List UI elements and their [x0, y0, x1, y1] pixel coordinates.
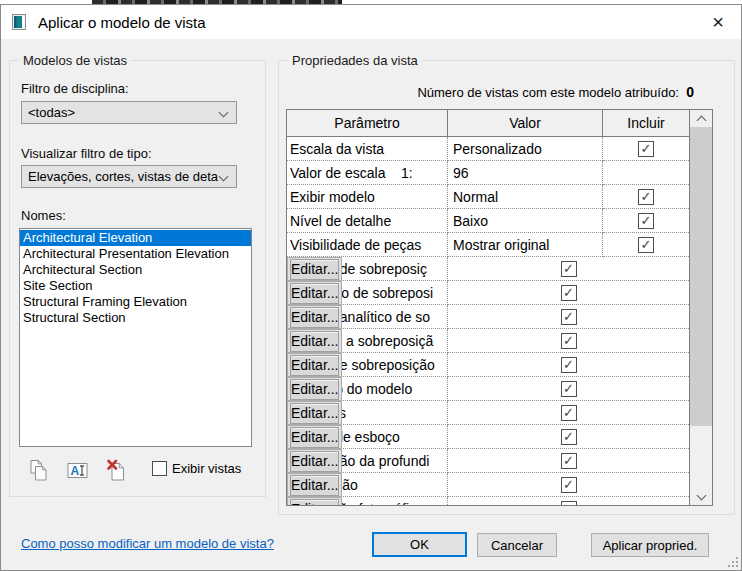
include-checkbox[interactable]: ✓	[561, 429, 577, 445]
edit-button[interactable]: Editar...	[290, 379, 339, 400]
scroll-down-button[interactable]	[690, 488, 712, 505]
chevron-down-icon	[219, 108, 229, 118]
value-cell: Editar...	[287, 281, 342, 305]
apply-properties-button[interactable]: Aplicar propried.	[591, 533, 709, 557]
view-template-icon	[12, 14, 29, 30]
table-row: Exibição do modeloEditar...✓	[287, 377, 689, 401]
close-icon[interactable]: ×	[695, 5, 741, 39]
delete-icon[interactable]	[105, 459, 128, 482]
value-cell: Editar...	[287, 425, 342, 449]
discipline-filter-value: <todas>	[28, 105, 75, 120]
checkbox-box[interactable]	[152, 461, 167, 476]
list-item[interactable]: Architectural Elevation	[20, 230, 251, 246]
include-checkbox[interactable]: ✓	[638, 213, 654, 229]
include-checkbox[interactable]: ✓	[561, 357, 577, 373]
edit-button[interactable]: Editar...	[290, 475, 339, 496]
edit-button[interactable]: Editar...	[290, 331, 339, 352]
edit-button[interactable]: Editar...	[290, 427, 339, 448]
value-cell: Editar...	[287, 353, 342, 377]
table-row: Filtros de sobreposiçãoEditar...✓	[287, 353, 689, 377]
include-checkbox[interactable]: ✓	[561, 333, 577, 349]
param-cell: Visibilidade de peças	[287, 233, 448, 257]
table-row: Visibilidade de peçasMostrar original✓	[287, 233, 689, 257]
apply-view-template-dialog: Aplicar o modelo de vista × Modelos de v…	[0, 4, 742, 571]
header-valor: Valor	[448, 110, 603, 137]
list-item[interactable]: Architectural Section	[20, 262, 251, 278]
parameters-table: Parâmetro Valor Incluir Escala da vistaP…	[286, 109, 713, 506]
scroll-up-button[interactable]	[690, 110, 712, 127]
include-checkbox[interactable]: ✓	[561, 501, 577, 506]
value-cell[interactable]: Normal	[448, 185, 603, 209]
table-header: Parâmetro Valor Incluir	[287, 110, 689, 137]
list-item[interactable]: Site Section	[20, 278, 251, 294]
help-link[interactable]: Como posso modificar um modelo de vista?	[21, 536, 274, 551]
type-filter-label: Visualizar filtro de tipo:	[21, 146, 152, 161]
titlebar[interactable]: Aplicar o modelo de vista	[1, 5, 741, 39]
list-item[interactable]: Architectural Presentation Elevation	[20, 246, 251, 262]
cancel-button[interactable]: Cancelar	[477, 533, 557, 557]
value-cell: Editar...	[287, 401, 342, 425]
table-row: Exposição fotográficaEditar...✓	[287, 497, 689, 505]
group-title: Modelos de vistas	[19, 53, 131, 68]
include-checkbox[interactable]: ✓	[561, 477, 577, 493]
include-cell: ✓	[448, 329, 689, 353]
include-checkbox[interactable]: ✓	[638, 141, 654, 157]
value-cell[interactable]: 96	[448, 161, 603, 185]
resize-grip[interactable]	[728, 557, 738, 567]
duplicate-icon[interactable]	[27, 459, 50, 482]
dialog-title: Aplicar o modelo de vista	[38, 14, 206, 31]
table-row: SombrasEditar...✓	[287, 401, 689, 425]
include-cell: ✓	[448, 353, 689, 377]
value-cell[interactable]: Mostrar original	[448, 233, 603, 257]
include-checkbox[interactable]: ✓	[561, 285, 577, 301]
edit-button[interactable]: Editar...	[290, 499, 339, 506]
value-cell[interactable]: Baixo	[448, 209, 603, 233]
rename-icon[interactable]: A	[66, 459, 89, 482]
include-checkbox[interactable]: ✓	[561, 261, 577, 277]
value-cell[interactable]: Personalizado	[448, 137, 603, 161]
table-row: Modelo de sobreposiçEditar...✓	[287, 257, 689, 281]
ok-button[interactable]: OK	[372, 532, 467, 557]
edit-button[interactable]: Editar...	[290, 307, 339, 328]
show-views-checkbox[interactable]: Exibir vistas	[152, 461, 241, 476]
svg-text:A: A	[71, 464, 80, 478]
discipline-filter-select[interactable]: <todas>	[21, 101, 237, 124]
edit-button[interactable]: Editar...	[290, 355, 339, 376]
table-row: Modelo analítico de soEditar...✓	[287, 305, 689, 329]
list-item[interactable]: Structural Section	[20, 310, 251, 326]
list-item[interactable]: Structural Framing Elevation	[20, 294, 251, 310]
scrollbar-thumb[interactable]	[690, 127, 712, 426]
table-body: Escala da vistaPersonalizado✓Valor de es…	[287, 137, 689, 505]
edit-button[interactable]: Editar...	[290, 451, 339, 472]
edit-button[interactable]: Editar...	[290, 403, 339, 424]
include-cell	[603, 161, 689, 185]
group-title: Propriedades da vista	[288, 53, 422, 68]
include-cell: ✓	[448, 305, 689, 329]
edit-button[interactable]: Editar...	[290, 259, 339, 280]
include-checkbox[interactable]: ✓	[561, 381, 577, 397]
table-row: Nível de detalheBaixo✓	[287, 209, 689, 233]
include-checkbox[interactable]: ✓	[638, 189, 654, 205]
names-label: Nomes:	[21, 208, 66, 223]
chevron-up-icon	[696, 116, 706, 126]
table-scrollbar[interactable]	[689, 110, 712, 505]
template-names-list[interactable]: Architectural ElevationArchitectural Pre…	[19, 228, 252, 447]
param-cell: Nível de detalhe	[287, 209, 448, 233]
value-cell: Editar...	[287, 377, 342, 401]
include-cell: ✓	[448, 497, 689, 505]
include-checkbox[interactable]: ✓	[638, 237, 654, 253]
assigned-views-count-label: Número de vistas com este modelo atribuí…	[417, 85, 686, 100]
value-cell: Editar...	[287, 257, 342, 281]
table-row: Linhas de esboçoEditar...✓	[287, 425, 689, 449]
show-views-label: Exibir vistas	[172, 461, 241, 476]
edit-button[interactable]: Editar...	[290, 283, 339, 304]
chevron-down-icon	[219, 172, 229, 182]
include-cell: ✓	[448, 401, 689, 425]
include-checkbox[interactable]: ✓	[561, 405, 577, 421]
include-checkbox[interactable]: ✓	[561, 453, 577, 469]
include-cell: ✓	[448, 257, 689, 281]
type-filter-select[interactable]: Elevações, cortes, vistas de deta	[21, 165, 237, 188]
include-checkbox[interactable]: ✓	[561, 309, 577, 325]
header-parametro: Parâmetro	[287, 110, 448, 137]
table-row: IluminaçãoEditar...✓	[287, 473, 689, 497]
